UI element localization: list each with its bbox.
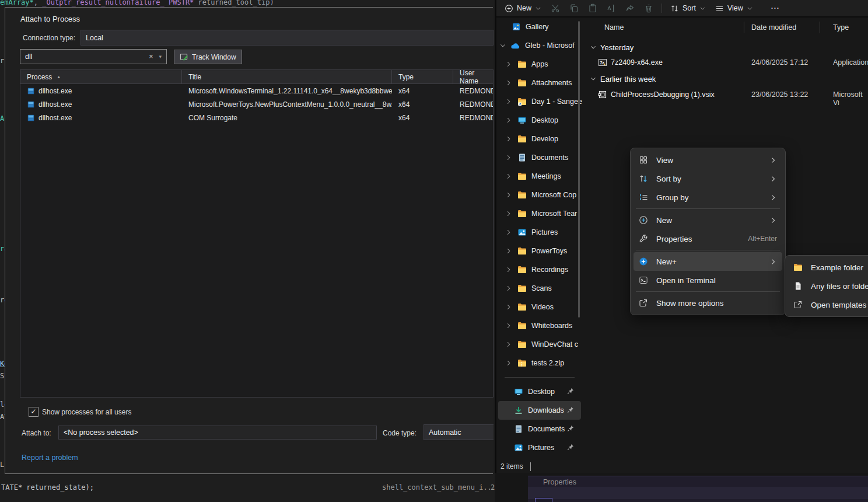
- column-header-title[interactable]: Title: [182, 70, 392, 83]
- sidebar-item-onedrive[interactable]: Gleb - Microsof: [496, 36, 583, 55]
- chevron-expanded-icon[interactable]: [590, 44, 597, 51]
- filter-clear-icon[interactable]: ×: [149, 53, 153, 61]
- sidebar-item-videos[interactable]: Videos: [496, 298, 583, 316]
- column-header-name[interactable]: Name: [604, 23, 624, 32]
- chevron-right-icon[interactable]: [505, 79, 513, 86]
- menu-item-view[interactable]: View: [634, 151, 782, 169]
- chevron-right-icon[interactable]: [505, 341, 513, 348]
- chevron-right-icon[interactable]: [505, 61, 513, 68]
- chevron-right-icon[interactable]: [505, 135, 513, 142]
- sidebar-item-microsoft-tear[interactable]: Microsoft Tear: [496, 204, 583, 223]
- sidebar-item-apps[interactable]: Apps: [496, 55, 583, 74]
- chevron-right-icon[interactable]: [505, 173, 513, 180]
- chevron-right-icon[interactable]: [505, 117, 513, 124]
- menu-item-show-more-options[interactable]: Show more options: [634, 294, 782, 312]
- attach-to-label: Attach to:: [22, 429, 51, 437]
- view-button[interactable]: View: [710, 1, 758, 15]
- sidebar-item-powertoys[interactable]: PowerToys: [496, 242, 583, 260]
- sidebar-item-pictures[interactable]: Pictures: [496, 223, 583, 242]
- chevron-right-icon[interactable]: [505, 322, 513, 329]
- new-button[interactable]: New: [500, 1, 546, 15]
- track-window-icon: [180, 53, 188, 61]
- menu-item-new[interactable]: New: [634, 211, 782, 229]
- submenu-item-open-templates[interactable]: Open templates: [788, 295, 868, 314]
- share-button[interactable]: [621, 1, 639, 15]
- sidebar-item-documents-pinned[interactable]: Documents: [496, 420, 583, 438]
- more-options-button[interactable]: ⋯: [766, 1, 785, 15]
- copy-button[interactable]: [565, 1, 583, 15]
- file-row-vsix[interactable]: ChildProcessDebugging (1).vsix 23/06/202…: [584, 87, 868, 103]
- menu-item-open-in-terminal[interactable]: Open in Terminal: [634, 271, 782, 290]
- submenu-item-any-files[interactable]: Any files or folde: [788, 277, 868, 295]
- process-icon: [27, 87, 35, 95]
- sidebar-item-downloads-pinned[interactable]: Downloads: [498, 401, 581, 420]
- chevron-right-icon[interactable]: [505, 98, 513, 105]
- sidebar-item-scans[interactable]: Scans: [496, 279, 583, 298]
- menu-item-group-by[interactable]: Group by: [634, 188, 782, 207]
- column-divider[interactable]: [744, 22, 744, 33]
- new-plus-circle-icon: [639, 215, 648, 225]
- sidebar-item-windevchat[interactable]: WinDevChat c: [496, 335, 583, 354]
- delete-button[interactable]: [639, 1, 658, 15]
- sidebar-item-gallery[interactable]: Gallery: [496, 18, 583, 36]
- chevron-right-icon[interactable]: [505, 266, 513, 273]
- chevron-right-icon[interactable]: [505, 247, 513, 255]
- show-all-users-checkbox[interactable]: ✓: [29, 407, 38, 417]
- sidebar-scrollbar[interactable]: [578, 21, 580, 318]
- sidebar-item-day1[interactable]: Day 1 - Sangee: [496, 92, 583, 111]
- file-row-7z[interactable]: 7z2409-x64.exe 24/06/2025 17:12 Applicat…: [584, 55, 868, 71]
- chevron-right-icon[interactable]: [505, 304, 513, 311]
- menu-item-new-plus[interactable]: New+: [634, 252, 782, 271]
- sidebar-item-whiteboards[interactable]: Whiteboards: [496, 316, 583, 335]
- rename-button[interactable]: [602, 1, 621, 15]
- chevron-right-icon[interactable]: [505, 229, 513, 236]
- track-window-button[interactable]: Track Window: [174, 50, 242, 64]
- open-external-icon: [639, 298, 648, 308]
- table-row[interactable]: dllhost.exe Microsoft.PowerToys.NewPlusC…: [20, 97, 493, 111]
- chevron-right-icon[interactable]: [505, 210, 513, 217]
- chevron-right-icon[interactable]: [505, 154, 513, 161]
- file-date: 23/06/2025 13:22: [751, 90, 808, 99]
- connection-type-combo[interactable]: Local: [80, 30, 494, 46]
- sidebar-item-recordings[interactable]: Recordings: [496, 260, 583, 279]
- chevron-right-icon[interactable]: [505, 191, 513, 198]
- attach-to-field[interactable]: <No process selected>: [58, 426, 377, 440]
- group-header-yesterday[interactable]: Yesterday: [584, 40, 868, 55]
- view-lines-icon: [715, 4, 724, 13]
- sidebar-item-develop[interactable]: Develop: [496, 130, 583, 148]
- sidebar-item-meetings[interactable]: Meetings: [496, 167, 583, 186]
- sidebar-item-pictures-pinned[interactable]: Pictures: [496, 438, 583, 457]
- table-row[interactable]: dllhost.exe Microsoft.WindowsTerminal_1.…: [20, 84, 493, 97]
- submenu-item-example-folder[interactable]: Example folder: [788, 258, 868, 277]
- sort-button[interactable]: Sort: [666, 1, 710, 15]
- sidebar-item-attachments[interactable]: Attachments: [496, 74, 583, 92]
- sidebar-item-documents[interactable]: Documents: [496, 148, 583, 167]
- column-divider[interactable]: [820, 22, 820, 33]
- menu-item-sort-by[interactable]: Sort by: [634, 169, 782, 188]
- filter-dropdown-icon[interactable]: ▾: [159, 54, 162, 60]
- table-row[interactable]: dllhost.exe COM Surrogate x64 REDMOND: [20, 111, 493, 124]
- cut-button[interactable]: [546, 1, 565, 15]
- column-header-type[interactable]: Type: [392, 70, 453, 83]
- group-header-earlier-this-week[interactable]: Earlier this week: [584, 71, 868, 86]
- process-filter-input[interactable]: dll × ▾: [20, 49, 167, 64]
- column-header-type[interactable]: Type: [833, 23, 849, 32]
- report-a-problem-link[interactable]: Report a problem: [22, 454, 78, 462]
- sidebar-item-desktop[interactable]: Desktop: [496, 111, 583, 130]
- chevron-right-icon[interactable]: [505, 360, 513, 367]
- column-header-username[interactable]: User Name: [453, 70, 493, 83]
- code-type-combo[interactable]: Automatic: [424, 424, 494, 440]
- view-grid-icon: [639, 155, 648, 165]
- chevron-right-icon[interactable]: [505, 285, 513, 292]
- chevron-expanded-icon[interactable]: [499, 41, 506, 50]
- gallery-icon: [512, 22, 521, 32]
- menu-item-properties[interactable]: Properties Alt+Enter: [634, 229, 782, 248]
- chevron-expanded-icon[interactable]: [590, 75, 597, 82]
- sidebar-item-tests-zip[interactable]: tests 2.zip: [496, 354, 583, 372]
- sidebar-item-microsoft-cop[interactable]: Microsoft Cop: [496, 186, 583, 204]
- paste-button[interactable]: [583, 1, 602, 15]
- column-header-process[interactable]: Process▲: [20, 70, 182, 83]
- sidebar-item-desktop-pinned[interactable]: Desktop: [496, 382, 583, 401]
- properties-panel-field[interactable]: [535, 498, 552, 502]
- column-header-date-modified[interactable]: Date modified: [751, 23, 796, 32]
